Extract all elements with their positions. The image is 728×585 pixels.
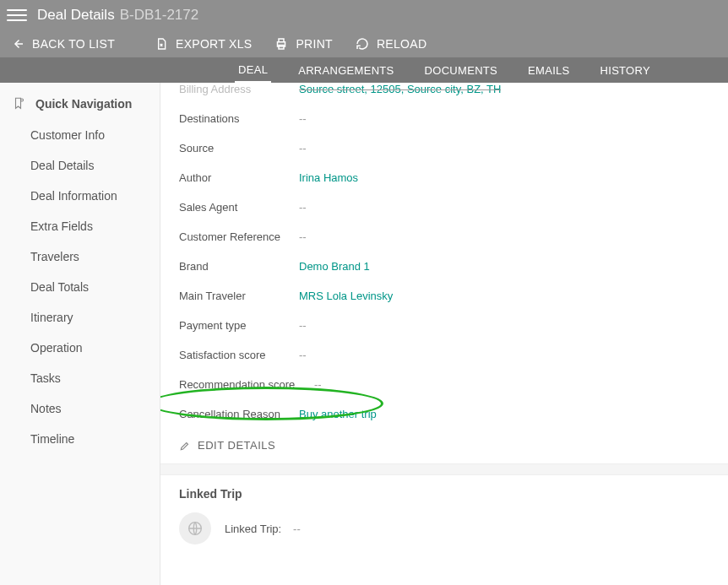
sidebar-item-notes[interactable]: Notes (0, 393, 160, 424)
sidebar-item-travelers[interactable]: Travelers (0, 241, 160, 272)
page-title: Deal Details B-DB1-2172 (37, 7, 198, 24)
label-payment-type: Payment type (179, 319, 299, 332)
sidebar-item-tasks[interactable]: Tasks (0, 363, 160, 393)
label-cancellation-reason: Cancellation Reason (179, 408, 299, 420)
row-main-traveler: Main Traveler MRS Lola Levinsky (179, 281, 709, 311)
export-xls-label: EXPORT XLS (176, 37, 252, 51)
file-icon (154, 36, 169, 51)
tab-deal[interactable]: DEAL (235, 58, 271, 83)
sidebar-item-deal-totals[interactable]: Deal Totals (0, 272, 160, 302)
sidebar-item-customer-info[interactable]: Customer Info (0, 120, 160, 150)
linked-trip-title: Linked Trip (179, 487, 709, 501)
label-author: Author (179, 171, 299, 184)
label-sales-agent: Sales Agent (179, 201, 299, 214)
value-sales-agent: -- (299, 201, 307, 214)
print-label: PRINT (296, 37, 333, 51)
svg-point-2 (21, 99, 24, 101)
row-brand: Brand Demo Brand 1 (179, 252, 709, 281)
row-satisfaction-score: Satisfaction score -- (179, 340, 709, 370)
sidebar: Quick Navigation Customer Info Deal Deta… (0, 83, 160, 585)
value-author[interactable]: Irina Hamos (299, 171, 358, 184)
label-recommendation-score: Recommendation score (179, 378, 314, 391)
row-cancellation-reason: Cancellation Reason Buy another trip (179, 399, 709, 429)
page-title-text: Deal Details (37, 7, 115, 24)
sidebar-item-deal-information[interactable]: Deal Information (0, 181, 160, 211)
value-destinations: -- (299, 112, 307, 125)
row-sales-agent: Sales Agent -- (179, 192, 709, 222)
bookmark-icon (12, 96, 27, 111)
label-source: Source (179, 142, 299, 154)
back-to-list-button[interactable]: BACK TO LIST (10, 36, 115, 51)
pencil-icon (179, 440, 191, 452)
linked-trip-row: Linked Trip: -- (179, 512, 709, 544)
details-table: Billing Address Source street, 12505, So… (179, 83, 709, 429)
sidebar-heading-label: Quick Navigation (35, 97, 132, 111)
tab-bar: DEAL ARRANGEMENTS DOCUMENTS EMAILS HISTO… (0, 57, 728, 83)
tab-history[interactable]: HISTORY (597, 59, 654, 82)
row-destinations: Destinations -- (179, 104, 709, 133)
sidebar-item-itinerary[interactable]: Itinerary (0, 302, 160, 333)
value-payment-type: -- (299, 319, 307, 332)
tab-arrangements[interactable]: ARRANGEMENTS (295, 59, 397, 82)
export-xls-button[interactable]: EXPORT XLS (154, 36, 252, 51)
label-satisfaction-score: Satisfaction score (179, 349, 299, 361)
sidebar-item-extra-fields[interactable]: Extra Fields (0, 211, 160, 241)
value-recommendation-score: -- (314, 378, 322, 391)
print-button[interactable]: PRINT (274, 36, 333, 51)
section-divider (160, 463, 728, 475)
deal-id: B-DB1-2172 (120, 7, 199, 24)
hamburger-menu-icon[interactable] (7, 5, 27, 25)
edit-details-label: EDIT DETAILS (198, 439, 275, 452)
sidebar-item-timeline[interactable]: Timeline (0, 424, 160, 454)
label-destinations: Destinations (179, 112, 299, 125)
row-source: Source -- (179, 133, 709, 163)
value-main-traveler[interactable]: MRS Lola Levinsky (299, 290, 393, 302)
row-recommendation-score: Recommendation score -- (179, 370, 709, 399)
row-payment-type: Payment type -- (179, 311, 709, 340)
value-satisfaction-score: -- (299, 349, 307, 361)
linked-trip-value: -- (293, 523, 301, 535)
label-main-traveler: Main Traveler (179, 290, 299, 302)
row-author: Author Irina Hamos (179, 163, 709, 192)
value-customer-reference: -- (299, 230, 307, 243)
row-billing-address: Billing Address Source street, 12505, So… (179, 83, 709, 104)
arrow-left-icon (10, 36, 25, 51)
value-cancellation-reason[interactable]: Buy another trip (299, 408, 377, 420)
value-source: -- (299, 142, 307, 154)
linked-trip-label: Linked Trip: (225, 523, 281, 535)
action-bar: BACK TO LIST EXPORT XLS PRINT RELOAD (0, 30, 728, 57)
value-brand[interactable]: Demo Brand 1 (299, 260, 370, 273)
topbar: Deal Details B-DB1-2172 (0, 0, 728, 30)
tab-emails[interactable]: EMAILS (524, 59, 573, 82)
print-icon (274, 36, 289, 51)
edit-details-button[interactable]: EDIT DETAILS (179, 429, 275, 455)
reload-icon (355, 36, 370, 51)
label-customer-reference: Customer Reference (179, 230, 299, 243)
globe-icon (179, 512, 211, 544)
back-to-list-label: BACK TO LIST (32, 37, 115, 51)
row-customer-reference: Customer Reference -- (179, 222, 709, 252)
content-pane: Billing Address Source street, 12505, So… (160, 83, 728, 585)
sidebar-heading: Quick Navigation (0, 96, 160, 120)
sidebar-item-deal-details[interactable]: Deal Details (0, 150, 160, 181)
sidebar-item-operation[interactable]: Operation (0, 333, 160, 363)
reload-button[interactable]: RELOAD (355, 36, 426, 51)
label-billing-address: Billing Address (179, 83, 299, 95)
value-billing-address[interactable]: Source street, 12505, Source city, BZ, T… (299, 83, 501, 95)
reload-label: RELOAD (377, 37, 426, 51)
linked-trip-section: Linked Trip Linked Trip: -- (179, 475, 709, 561)
tab-documents[interactable]: DOCUMENTS (421, 59, 501, 82)
label-brand: Brand (179, 260, 299, 273)
